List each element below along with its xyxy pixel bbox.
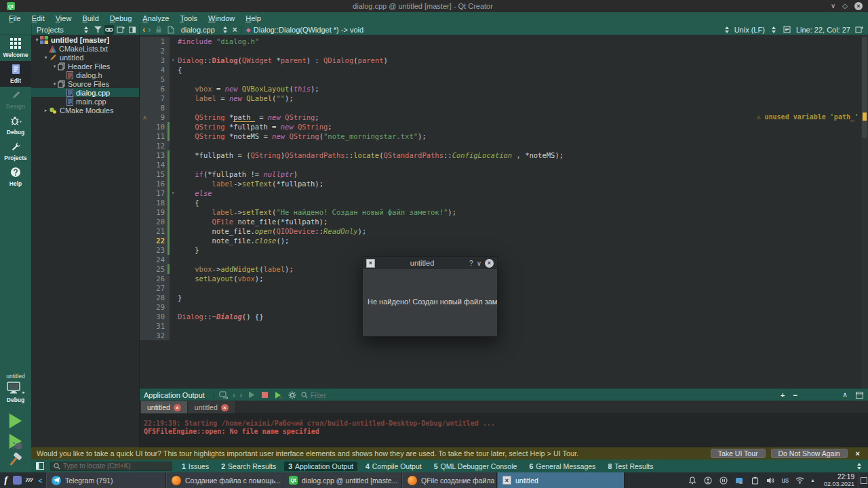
tree-item-dialog-cpp[interactable]: dialog.cpp bbox=[31, 88, 139, 97]
minimize-icon[interactable]: ∨ bbox=[831, 3, 835, 9]
mode-edit[interactable]: Edit bbox=[0, 61, 31, 87]
wifi-icon[interactable] bbox=[795, 476, 804, 485]
software-update-icon[interactable] bbox=[734, 476, 744, 485]
tree-expander-icon[interactable]: ▾ bbox=[43, 55, 49, 60]
mode-debug[interactable]: Debug bbox=[0, 113, 31, 138]
maximize-pane-icon[interactable]: ∧ bbox=[842, 390, 848, 399]
run-button[interactable] bbox=[7, 412, 23, 431]
tree-expander-icon[interactable]: ▸ bbox=[43, 108, 49, 113]
tab-close-icon[interactable]: × bbox=[174, 404, 181, 411]
line-ending-selector[interactable]: Unix (LF) bbox=[734, 26, 765, 34]
fold-marker-icon[interactable]: ▾ bbox=[170, 56, 176, 65]
code-editor[interactable]: 1#include "dialog.h"23▾Dialog::Dialog(QW… bbox=[140, 35, 868, 388]
close-icon[interactable]: × bbox=[854, 2, 863, 10]
updown-arrows-icon[interactable] bbox=[81, 25, 91, 35]
mode-design[interactable]: Design bbox=[0, 87, 31, 113]
clock[interactable]: 22:19 02.03.2021 bbox=[824, 474, 854, 487]
do-not-show-again-button[interactable]: Do Not Show Again bbox=[771, 449, 848, 458]
mode-projects[interactable]: Projects bbox=[0, 138, 31, 164]
tree-item-cmake-modules[interactable]: ▸CMake Modules bbox=[31, 106, 139, 115]
fold-marker-icon[interactable]: ▾ bbox=[170, 188, 176, 198]
open-document-selector[interactable]: dialog.cpp bbox=[181, 26, 215, 34]
panel-button-search-results[interactable]: 2Search Results bbox=[217, 462, 280, 471]
dialog-close-icon[interactable]: × bbox=[485, 259, 494, 268]
clipboard-icon[interactable] bbox=[750, 476, 760, 485]
output-console[interactable]: 22:19:39: Starting /home/eixini/Рабочий … bbox=[140, 414, 868, 436]
panel-button-test-results[interactable]: 8Test Results bbox=[604, 462, 657, 471]
locator-field[interactable] bbox=[50, 462, 172, 471]
menu-item-help[interactable]: Help bbox=[241, 14, 266, 23]
updown-arrows-icon[interactable] bbox=[220, 25, 230, 35]
output-prev-icon[interactable]: ‹ bbox=[233, 391, 235, 399]
go-back-icon[interactable]: ‹ bbox=[142, 26, 145, 34]
output-tab-0[interactable]: untitled× bbox=[141, 401, 187, 413]
show-desktop-button[interactable] bbox=[859, 472, 868, 488]
split-add-icon[interactable] bbox=[116, 25, 125, 35]
taskbar-task-0[interactable]: Telegram (791) bbox=[46, 472, 166, 488]
launcher-app-icon[interactable]: 777 bbox=[23, 472, 35, 488]
locator-input[interactable] bbox=[63, 462, 165, 470]
taskbar-task-4[interactable]: ×untitled bbox=[497, 472, 625, 488]
code-app-icon[interactable]: < bbox=[35, 472, 46, 488]
output-next-icon[interactable]: › bbox=[239, 391, 242, 399]
output-filter-input[interactable] bbox=[311, 391, 372, 399]
output-stop-icon[interactable] bbox=[260, 390, 270, 400]
panel-button-general-messages[interactable]: 6General Messages bbox=[525, 462, 599, 471]
menu-item-tools[interactable]: Tools bbox=[175, 14, 202, 23]
tray-expand-icon[interactable]: ▲ bbox=[810, 478, 815, 483]
tree-item-untitled-master-[interactable]: ▾untitled [master] bbox=[31, 35, 139, 44]
tour-close-icon[interactable]: × bbox=[853, 449, 863, 458]
zoom-in-icon[interactable]: + bbox=[781, 391, 785, 399]
build-hammer-button[interactable] bbox=[7, 451, 23, 469]
media-pause-icon[interactable] bbox=[719, 476, 728, 485]
cursor-position[interactable]: Line: 22, Col: 27 bbox=[796, 26, 850, 34]
maximize-icon[interactable]: ◇ bbox=[842, 3, 848, 9]
output-settings-gear-icon[interactable] bbox=[288, 390, 297, 400]
updown-arrows-icon[interactable] bbox=[722, 25, 732, 35]
tree-item-untitled[interactable]: ▾untitled bbox=[31, 53, 139, 62]
discord-icon[interactable] bbox=[12, 472, 23, 488]
tab-close-icon[interactable]: × bbox=[221, 404, 229, 411]
menu-item-debug[interactable]: Debug bbox=[105, 14, 136, 23]
fedora-menu-icon[interactable]: f bbox=[0, 472, 12, 488]
notifications-bell-icon[interactable] bbox=[688, 476, 697, 485]
encoding-doc-icon[interactable] bbox=[783, 25, 792, 35]
panel-button-compile-output[interactable]: 4Compile Output bbox=[361, 462, 426, 471]
menu-item-file[interactable]: File bbox=[4, 14, 26, 23]
tree-item-cmakelists-txt[interactable]: CMakeLists.txt bbox=[31, 44, 139, 53]
split-editor-icon[interactable] bbox=[854, 25, 864, 35]
output-run-icon[interactable] bbox=[247, 390, 256, 400]
close-document-icon[interactable]: × bbox=[233, 26, 237, 33]
close-split-icon[interactable] bbox=[127, 25, 137, 35]
debug-run-button[interactable] bbox=[7, 432, 23, 451]
output-filter-field[interactable] bbox=[301, 391, 372, 399]
tree-expander-icon[interactable]: ▾ bbox=[52, 64, 58, 69]
menu-item-window[interactable]: Window bbox=[203, 14, 239, 23]
mode-help[interactable]: Help bbox=[0, 164, 31, 190]
menu-item-edit[interactable]: Edit bbox=[27, 14, 50, 23]
tree-item-header-files[interactable]: ▾Header Files bbox=[31, 62, 139, 70]
tree-item-main-cpp[interactable]: main.cpp bbox=[31, 97, 139, 106]
filter-funnel-icon[interactable] bbox=[93, 25, 102, 35]
user-status-icon[interactable] bbox=[703, 476, 713, 485]
taskbar-task-1[interactable]: Создание файла с помощь... bbox=[166, 472, 283, 488]
taskbar-task-2[interactable]: Qtdialog.cpp @ untitled [maste... bbox=[283, 472, 402, 488]
pane-window-icon[interactable] bbox=[854, 390, 864, 400]
tree-expander-icon[interactable]: ▾ bbox=[52, 81, 58, 87]
toggle-left-sidebar-icon[interactable] bbox=[35, 462, 45, 471]
keyboard-layout-indicator[interactable]: us bbox=[781, 476, 789, 484]
go-forward-icon[interactable]: › bbox=[148, 26, 151, 34]
dialog-minimize-icon[interactable]: ∨ bbox=[477, 260, 481, 267]
panel-button-application-output[interactable]: 3Application Output bbox=[284, 462, 357, 471]
output-tab-1[interactable]: untitled× bbox=[189, 401, 235, 413]
take-ui-tour-button[interactable]: Take UI Tour bbox=[711, 449, 766, 458]
kit-selector[interactable]: untitled ▸ Debug bbox=[0, 373, 31, 403]
symbol-selector[interactable]: Dialog::Dialog(QWidget *) -> void bbox=[254, 26, 363, 34]
rerun-icon[interactable] bbox=[219, 390, 229, 400]
tree-item-dialog-h[interactable]: dialog.h bbox=[31, 70, 139, 79]
volume-icon[interactable] bbox=[766, 476, 775, 485]
panel-button-qml-debugger-console[interactable]: 5QML Debugger Console bbox=[430, 462, 521, 471]
menu-item-analyze[interactable]: Analyze bbox=[138, 14, 174, 23]
output-panes-menu-icon[interactable] bbox=[854, 462, 864, 471]
mode-welcome[interactable]: Welcome bbox=[0, 35, 31, 61]
